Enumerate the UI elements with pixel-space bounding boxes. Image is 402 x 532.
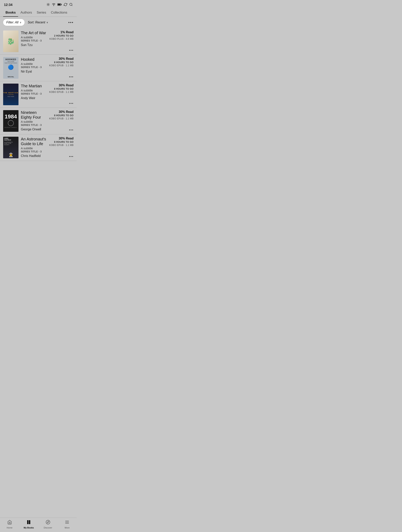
tab-bar: Books Authors Series Collections — [0, 9, 77, 17]
file-info: KOBO PLUS · 4.6 MB — [49, 38, 74, 40]
item-options-button[interactable]: ••• — [69, 128, 74, 132]
item-options-button[interactable]: ••• — [69, 102, 74, 105]
bottom-nav: Home My Books Discover More — [0, 518, 77, 532]
book-item[interactable]: CHRISHADFIELD AN ASTRONAUT'SGUIDE TO LIF… — [0, 134, 77, 161]
status-time: 12:34 — [4, 3, 13, 7]
book-subtitle: A subtitle — [21, 146, 47, 150]
svg-line-7 — [47, 5, 47, 6]
filter-label: Filter: All — [6, 21, 19, 24]
svg-rect-12 — [61, 4, 62, 5]
read-percent: 30% Read — [59, 137, 74, 140]
book-series: SERIES TITLE - 3 — [21, 124, 47, 127]
nav-my-books-label: My Books — [24, 526, 34, 529]
tab-collections[interactable]: Collections — [49, 9, 70, 17]
hours-to-go: 8 HOURS TO GO — [54, 141, 74, 143]
book-cover: 🐉 — [3, 31, 19, 52]
book-author: George Orwell — [21, 128, 47, 131]
book-cover: 1984 GEORGE ORWELL — [3, 110, 19, 132]
book-info: Hooked A subtitle SERIES TITLE - 3 Nir E… — [21, 57, 47, 79]
status-icons — [46, 3, 73, 7]
svg-rect-11 — [58, 4, 60, 5]
book-series: SERIES TITLE - 3 — [21, 39, 47, 42]
hours-to-go: 8 HOURS TO GO — [54, 114, 74, 117]
file-info: KOBO EPUB · 1.1 MB — [49, 91, 74, 93]
book-subtitle: A subtitle — [21, 120, 47, 123]
hours-to-go: 8 HOURS TO GO — [54, 88, 74, 90]
book-title: The Art of War — [21, 31, 47, 35]
nav-discover[interactable]: Discover — [41, 520, 55, 529]
book-info: An Astronaut's Guide to Life A subtitle … — [21, 137, 47, 158]
tab-books[interactable]: Books — [3, 9, 18, 17]
svg-line-8 — [49, 3, 49, 4]
svg-line-14 — [72, 5, 72, 6]
book-title: An Astronaut's Guide to Life — [21, 137, 47, 146]
home-icon — [7, 520, 12, 526]
status-bar: 12:34 — [0, 0, 77, 9]
svg-line-5 — [47, 3, 47, 4]
battery-icon — [57, 3, 62, 7]
svg-marker-18 — [47, 521, 49, 523]
brightness-icon — [46, 3, 50, 7]
sync-icon — [64, 3, 67, 7]
hours-to-go: 8 HOURS TO GO — [54, 61, 74, 64]
book-author: Nir Eyal — [21, 70, 47, 73]
item-options-button[interactable]: ••• — [69, 155, 74, 158]
book-author: Andy Weir — [21, 96, 47, 100]
sort-button[interactable]: Sort: Recent ∨ — [28, 21, 48, 24]
hours-to-go: 2 HOURS TO GO — [54, 34, 74, 37]
book-series: SERIES TITLE - 3 — [21, 66, 47, 69]
svg-point-0 — [48, 4, 49, 5]
book-item[interactable]: 1984 GEORGE ORWELL Nineteen Eighty Four … — [0, 108, 77, 134]
svg-rect-16 — [29, 520, 30, 524]
sort-chevron-icon: ∨ — [46, 21, 48, 24]
tab-authors[interactable]: Authors — [18, 9, 34, 17]
svg-rect-15 — [27, 520, 29, 524]
nav-home[interactable]: Home — [3, 520, 17, 529]
svg-point-9 — [53, 6, 54, 6]
book-info: The Martian A subtitle SERIES TITLE - 3 … — [21, 84, 47, 105]
read-percent: 1% Read — [60, 31, 74, 34]
file-info: KOBO EPUB · 1.1 MB — [49, 64, 74, 67]
read-percent: 30% Read — [59, 110, 74, 114]
book-series: SERIES TITLE - 3 — [21, 150, 47, 153]
item-options-button[interactable]: ••• — [69, 75, 74, 79]
nav-home-label: Home — [7, 526, 13, 529]
nav-discover-label: Discover — [44, 526, 52, 529]
book-cover: HOOKED How to BuildHabit-Forming Product… — [3, 57, 19, 79]
file-info: KOBO EPUB · 1.1 MB — [49, 117, 74, 120]
book-info: Nineteen Eighty Four A subtitle SERIES T… — [21, 110, 47, 132]
book-subtitle: A subtitle — [21, 89, 47, 92]
book-title: Hooked — [21, 57, 47, 62]
filter-bar: Filter: All ∨ Sort: Recent ∨ ••• — [0, 17, 77, 28]
nav-more-label: More — [65, 526, 70, 529]
read-percent: 30% Read — [59, 84, 74, 87]
book-cover: CHRISHADFIELD AN ASTRONAUT'SGUIDE TO LIF… — [3, 137, 19, 158]
svg-point-13 — [70, 3, 72, 6]
nav-more[interactable]: More — [60, 520, 74, 529]
wifi-icon — [52, 3, 56, 7]
book-author: Sun Tzu — [21, 43, 47, 47]
book-subtitle: A subtitle — [21, 62, 47, 65]
cover-image: 🐉 — [7, 38, 15, 45]
compass-icon — [46, 520, 50, 526]
search-icon[interactable] — [69, 3, 73, 7]
menu-icon — [65, 520, 70, 526]
book-cover: THE MARTIAN A NOVEL ANDY WEIR — [3, 84, 19, 105]
book-title: Nineteen Eighty Four — [21, 110, 47, 120]
book-item[interactable]: HOOKED How to BuildHabit-Forming Product… — [0, 55, 77, 81]
read-percent: 30% Read — [59, 57, 74, 61]
filter-button[interactable]: Filter: All ∨ — [3, 19, 25, 26]
svg-line-6 — [49, 5, 49, 6]
book-item[interactable]: 🐉 The Art of War A subtitle SERIES TITLE… — [0, 28, 77, 55]
file-info: KOBO EPUB · 1.1 MB — [49, 144, 74, 146]
book-list: 🐉 The Art of War A subtitle SERIES TITLE… — [0, 28, 77, 161]
book-title: The Martian — [21, 84, 47, 88]
tab-series[interactable]: Series — [34, 9, 49, 17]
item-options-button[interactable]: ••• — [69, 49, 74, 52]
options-menu-button[interactable]: ••• — [68, 20, 74, 25]
book-item[interactable]: THE MARTIAN A NOVEL ANDY WEIR The Martia… — [0, 81, 77, 108]
book-series: SERIES TITLE - 3 — [21, 92, 47, 95]
nav-my-books[interactable]: My Books — [22, 520, 36, 529]
filter-chevron-icon: ∨ — [20, 21, 21, 24]
sort-label: Sort: Recent — [28, 21, 45, 24]
